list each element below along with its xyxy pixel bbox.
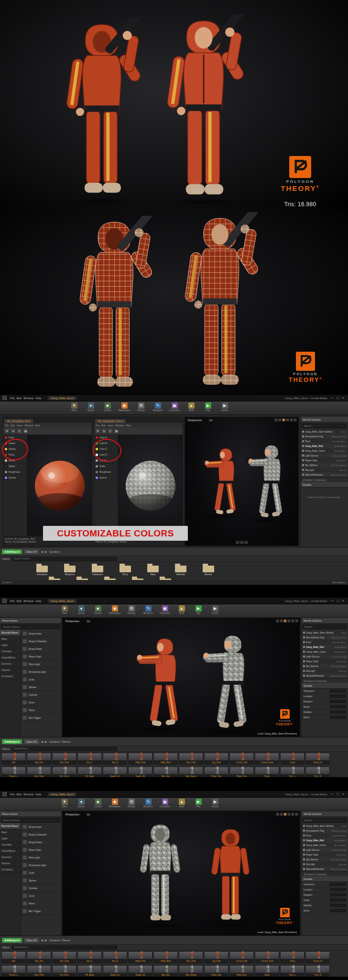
outliner-row[interactable]: Player Start PlayerStart <box>302 659 348 664</box>
viewport-button[interactable] <box>276 813 279 816</box>
outliner-row[interactable]: Player Start PlayerStart <box>302 852 348 857</box>
place-actor-item[interactable]: Plane <box>21 900 61 907</box>
anim-asset-thumbnail[interactable]: Jump <box>280 753 304 765</box>
outliner-search-input[interactable]: Search... <box>303 818 347 823</box>
outliner-search-input[interactable]: Search... <box>302 423 347 428</box>
material-editor-tab[interactable]: MI_GangMale_Camo <box>95 419 126 423</box>
filters-button[interactable]: Filters <box>2 747 10 750</box>
filters-button[interactable]: Filters <box>2 946 10 949</box>
viewport-perspective-label[interactable]: Perspective <box>186 418 203 422</box>
toolbar-button[interactable]: ⚙ Settings <box>124 605 139 614</box>
anim-asset-thumbnail[interactable]: Idle <box>1 951 26 963</box>
place-actors-category[interactable]: Cinematic <box>0 648 21 655</box>
toolbar-button[interactable]: ✎ Blueprints <box>151 402 165 412</box>
outliner-row[interactable]: Gang_Male_Camo SkeletalMesh <box>301 448 348 453</box>
property-value-field[interactable] <box>330 904 346 907</box>
outliner-row[interactable]: Gang_Male_Sport (Editor) World <box>301 429 348 434</box>
viewport-lit-label[interactable]: Lit <box>86 619 91 623</box>
anim-asset-thumbnail[interactable]: Aim_L <box>77 753 102 765</box>
outliner-row[interactable]: Gang_Male_Camo SkeletalMesh <box>302 649 348 654</box>
anim-asset-thumbnail[interactable]: Crouch_Idle <box>229 951 254 963</box>
window-control-button[interactable]: □ <box>335 396 340 400</box>
menu-item[interactable]: Edit <box>101 424 106 427</box>
content-folder[interactable]: Animations <box>30 564 54 576</box>
anim-asset-thumbnail[interactable]: Death_02 <box>128 965 152 977</box>
place-actor-item[interactable]: Cube <box>21 869 61 877</box>
place-actors-category[interactable]: Visual Effects <box>0 655 21 661</box>
toolbar-button[interactable]: ▣ Cinematics <box>167 402 182 412</box>
property-value-field[interactable] <box>330 899 346 902</box>
outliner-row[interactable]: SkyLight SkyLight <box>302 668 348 673</box>
place-actors-category[interactable]: Recently Placed <box>0 823 21 829</box>
color-swatch[interactable] <box>95 436 98 439</box>
viewport-button[interactable] <box>280 813 283 816</box>
place-actors-category[interactable]: Basic <box>0 636 21 642</box>
anim-asset-thumbnail[interactable]: Death_02 <box>128 767 152 777</box>
content-folder[interactable]: Demo <box>113 564 138 576</box>
anim-asset-thumbnail[interactable]: Walk_Bwd <box>153 951 178 963</box>
anim-asset-thumbnail[interactable]: Pistol_Fire <box>229 965 254 977</box>
content-search-input[interactable]: Search Demo <box>12 747 117 751</box>
level-viewport[interactable]: Perspective Lit POLYGON THEORY® Level: G… <box>62 811 300 935</box>
viewport-button[interactable] <box>291 813 294 816</box>
menu-item[interactable]: Edit <box>11 424 15 427</box>
menu-item[interactable]: Help <box>126 424 130 427</box>
nav-forward-icon[interactable]: ▶ <box>45 550 47 553</box>
anim-asset-thumbnail[interactable]: Punch_L <box>1 767 26 777</box>
place-actor-item[interactable]: Player Start <box>21 846 61 854</box>
save-all-button[interactable]: Save All <box>24 739 39 744</box>
material-preview-viewport[interactable] <box>118 435 183 536</box>
viewport-button[interactable] <box>282 418 285 422</box>
anim-asset-thumbnail[interactable]: Taunt <box>255 965 279 977</box>
anim-asset-thumbnail[interactable]: Crouch_Fwd <box>255 753 279 765</box>
place-actor-item[interactable]: Cylinder <box>21 884 61 892</box>
place-actor-item[interactable]: Cone <box>21 699 61 706</box>
details-header[interactable]: Details <box>302 683 348 689</box>
content-search-input[interactable]: Search Content <box>12 557 117 561</box>
details-property-row[interactable]: Rotation <box>302 892 348 898</box>
nav-forward-icon[interactable]: ▶ <box>45 740 47 743</box>
material-toolbar-icon[interactable]: ▼ <box>95 428 100 434</box>
material-parameter-row[interactable]: Roughness <box>94 469 118 475</box>
menu-item[interactable]: File <box>9 600 16 602</box>
anim-asset-thumbnail[interactable]: Turn_L <box>280 767 304 777</box>
window-control-button[interactable]: □ <box>335 599 340 602</box>
toolbar-button[interactable]: ▼ Save <box>57 799 72 808</box>
property-value-field[interactable] <box>330 695 346 698</box>
place-actors-search-input[interactable]: Search Classes <box>1 818 60 823</box>
place-actor-item[interactable]: Empty Pawn <box>21 645 61 653</box>
toolbar-button[interactable]: ⚙ Settings <box>124 799 139 808</box>
window-control-button[interactable]: ─ <box>330 396 335 400</box>
content-folder[interactable]: Characters <box>85 564 110 576</box>
world-outliner-header[interactable]: World Outliner <box>302 618 348 624</box>
details-header[interactable]: Details <box>302 876 348 882</box>
toolbar-button[interactable]: ▶ Launch <box>218 402 232 412</box>
viewport-button[interactable] <box>283 619 287 623</box>
level-viewport[interactable]: Perspective Lit <box>185 417 299 546</box>
toolbar-button[interactable]: ▲ Build <box>174 799 189 808</box>
material-toolbar-icon[interactable]: ≡ <box>108 428 113 434</box>
menu-item[interactable]: Edit <box>16 600 22 602</box>
material-toolbar-icon[interactable]: ▦ <box>114 428 119 434</box>
place-actor-item[interactable]: Plane <box>21 706 61 714</box>
property-value-field[interactable] <box>330 711 346 713</box>
color-swatch[interactable] <box>95 465 98 468</box>
outliner-row[interactable]: Floor StaticMeshActor <box>302 640 348 645</box>
anim-asset-thumbnail[interactable]: Bat_Idle <box>153 767 178 777</box>
place-actors-category[interactable]: Geometry <box>0 661 21 667</box>
place-actors-category[interactable]: All Classes <box>0 673 21 679</box>
add-import-button[interactable]: Add/Import <box>2 938 22 943</box>
anim-asset-thumbnail[interactable]: Idle <box>1 753 26 765</box>
details-property-row[interactable]: Transform <box>302 689 348 694</box>
menu-item[interactable]: Edit <box>16 397 22 400</box>
menu-item[interactable]: File <box>96 424 99 427</box>
level-viewport[interactable]: Perspective Lit POLYGON THEORY® Level: G… <box>62 618 300 737</box>
outliner-row[interactable]: SkyLight SkyLight <box>302 862 348 867</box>
material-preview-viewport[interactable] <box>27 435 92 536</box>
toolbar-button[interactable]: ▲ Build <box>184 402 198 412</box>
viewport-button[interactable] <box>287 619 291 623</box>
outliner-row[interactable]: Gang_Male_Sport (Editor) World <box>302 630 348 635</box>
anim-asset-thumbnail[interactable]: Aim_Fwd <box>52 753 76 765</box>
outliner-row[interactable]: SphereReflection ReflectionCapture <box>302 673 348 678</box>
outliner-row[interactable]: Light Source DirectionalLight <box>301 453 348 458</box>
